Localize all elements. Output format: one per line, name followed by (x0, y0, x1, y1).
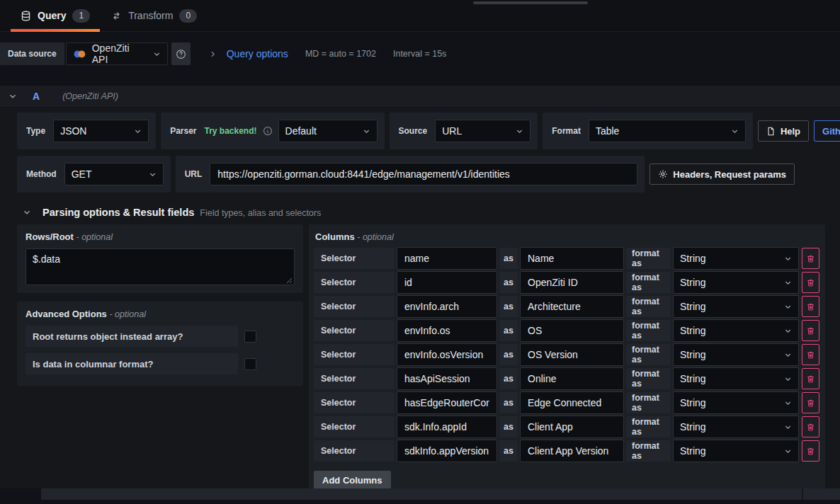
column-selector-label: Selector (314, 272, 395, 293)
column-as-label: as (499, 248, 518, 269)
chevron-right-icon (209, 50, 217, 58)
column-alias-input[interactable] (520, 343, 624, 366)
column-format-select[interactable]: String (673, 319, 799, 342)
tab-transform[interactable]: Transform 0 (101, 0, 208, 31)
delete-column-button[interactable] (802, 416, 819, 437)
trash-icon (806, 254, 815, 263)
root-returns-object-checkbox[interactable] (244, 331, 256, 343)
delete-column-button[interactable] (802, 272, 819, 293)
column-selector-input[interactable] (397, 319, 497, 342)
columns-optional: - optional (357, 232, 393, 242)
format-label: Format (550, 126, 583, 136)
column-format-label: format as (626, 368, 671, 389)
column-alias-input[interactable] (520, 391, 624, 414)
column-row: Selector as format as String (314, 296, 820, 317)
delete-column-button[interactable] (802, 344, 819, 365)
rows-root-optional: - optional (76, 232, 113, 242)
parsing-section-subtitle: Field types, alias and selectors (200, 208, 321, 218)
source-select[interactable]: URL (435, 120, 530, 142)
parsing-panels: Rows/Root - optional Advanced Options - … (17, 224, 825, 488)
column-format-select-value: String (680, 301, 706, 312)
column-alias-input[interactable] (520, 295, 624, 318)
column-selector-input[interactable] (397, 247, 497, 270)
info-circle-icon[interactable] (263, 126, 273, 136)
column-format-label: format as (626, 248, 671, 269)
try-backend-hint: Try backend! (205, 126, 257, 136)
column-selector-label: Selector (314, 440, 395, 462)
rows-root-title: Rows/Root (25, 231, 74, 242)
panel-resize-handle[interactable] (473, 1, 588, 4)
query-options-link[interactable]: Query options (227, 48, 288, 59)
chevron-down-icon (784, 255, 792, 263)
column-selector-input[interactable] (397, 271, 497, 294)
interval-text: Interval = 15s (393, 49, 446, 59)
parser-select[interactable]: Default (278, 120, 378, 142)
options-field-row: Type JSON Parser Try backend! Default (17, 113, 825, 149)
column-alias-input[interactable] (520, 247, 624, 270)
trash-icon (806, 423, 815, 432)
advanced-options-panel: Advanced Options - optional Root returns… (17, 302, 303, 386)
column-selector-input[interactable] (397, 295, 497, 318)
format-field-group: Format Table (543, 113, 753, 149)
delete-column-button[interactable] (802, 248, 819, 269)
column-selector-label: Selector (314, 344, 395, 365)
datasource-picker[interactable]: OpenZiti API (66, 42, 168, 65)
request-field-row: Method GET URL Headers, Request params (17, 156, 825, 193)
github-button[interactable]: Github (814, 120, 840, 142)
url-input[interactable] (210, 163, 637, 185)
column-format-select[interactable]: String (673, 271, 799, 294)
type-select-value: JSON (60, 125, 86, 137)
columns-rows: Selector as format as String Selector as… (314, 248, 820, 462)
question-circle-icon (176, 49, 186, 59)
headers-params-button[interactable]: Headers, Request params (649, 164, 795, 185)
column-format-select[interactable]: String (673, 247, 799, 270)
column-format-select[interactable]: String (673, 367, 799, 390)
format-select[interactable]: Table (589, 120, 746, 142)
method-select[interactable]: GET (64, 163, 164, 185)
column-row: Selector as format as String (314, 272, 820, 293)
column-alias-input[interactable] (520, 271, 624, 294)
column-selector-input[interactable] (397, 343, 497, 366)
bottom-panel-edge (41, 488, 840, 500)
trash-icon (806, 326, 815, 336)
column-selector-label: Selector (314, 368, 395, 389)
query-row-header[interactable]: A (OpenZiti API) (0, 86, 840, 107)
chevron-down-icon (784, 375, 792, 383)
column-format-select[interactable]: String (673, 391, 799, 414)
add-columns-button[interactable]: Add Columns (314, 471, 391, 488)
trash-icon (806, 350, 815, 360)
column-format-select[interactable]: String (673, 343, 799, 366)
columnar-format-checkbox[interactable] (244, 358, 256, 370)
delete-column-button[interactable] (802, 320, 819, 341)
tab-query[interactable]: Query 1 (10, 0, 101, 31)
column-alias-input[interactable] (520, 440, 624, 462)
column-format-select[interactable]: String (673, 416, 799, 438)
datasource-help-button[interactable] (171, 42, 191, 65)
headers-params-button-label: Headers, Request params (673, 169, 786, 180)
column-selector-input[interactable] (397, 440, 497, 462)
column-selector-input[interactable] (397, 391, 497, 414)
collapse-chevron-icon (8, 92, 17, 101)
parser-field-group: Parser Try backend! Default (161, 113, 384, 149)
column-selector-label: Selector (314, 320, 395, 341)
delete-column-button[interactable] (802, 440, 819, 462)
column-alias-input[interactable] (520, 367, 624, 390)
tab-query-count: 1 (72, 9, 90, 23)
parsing-section-header[interactable]: Parsing options & Result fields Field ty… (23, 207, 825, 218)
delete-column-button[interactable] (802, 368, 819, 389)
column-format-select[interactable]: String (673, 440, 799, 462)
column-alias-input[interactable] (520, 319, 624, 342)
delete-column-button[interactable] (802, 392, 819, 413)
rows-root-textarea[interactable] (25, 248, 295, 285)
delete-column-button[interactable] (802, 296, 819, 317)
column-format-select[interactable]: String (673, 295, 799, 318)
column-selector-input[interactable] (397, 416, 497, 438)
column-alias-input[interactable] (520, 416, 624, 438)
column-format-select-value: String (680, 445, 706, 457)
source-label: Source (397, 126, 430, 136)
help-button[interactable]: Help (758, 120, 809, 142)
column-row: Selector as format as String (314, 248, 820, 269)
column-selector-input[interactable] (397, 367, 497, 390)
type-select[interactable]: JSON (53, 120, 149, 142)
column-format-select-value: String (680, 349, 706, 360)
